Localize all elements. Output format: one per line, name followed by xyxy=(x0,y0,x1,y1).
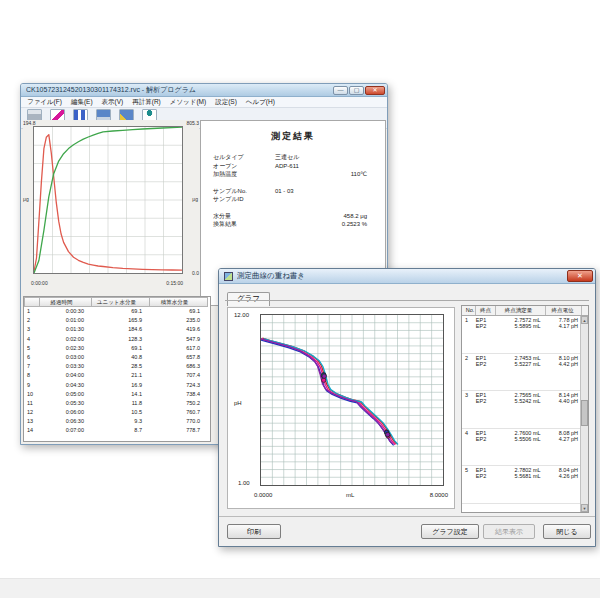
table-row[interactable]: 120:06:0010.5760.7 xyxy=(24,408,210,417)
moisture-table-body: 10:00:3069.169.120:01:00165.9235.030:01:… xyxy=(24,307,210,436)
table-row[interactable]: 10:00:3069.169.1 xyxy=(24,307,210,316)
table-row[interactable]: 140:07:008.7778.7 xyxy=(24,426,210,435)
table-row[interactable]: 90:04:3016.9724.3 xyxy=(24,381,210,390)
endpoint-table-header: No. 終点 終点滴定量 終点電位 xyxy=(462,306,588,316)
x-axis-max: 0:15:00 xyxy=(166,280,183,286)
tab-row: グラフ xyxy=(219,284,595,300)
page: CK105723124520130301174312.rvc - 解析プログラム… xyxy=(0,0,600,600)
analysis-window-title: CK105723124520130301174312.rvc - 解析プログラム xyxy=(26,85,333,95)
overlay-titlebar[interactable]: 測定曲線の重ね書き ✕ xyxy=(219,269,595,284)
result-row: 換算結果0.2523 % xyxy=(213,220,373,229)
moisture-plot-area xyxy=(33,126,183,274)
y-axis-label: pH xyxy=(234,400,242,406)
close-icon[interactable]: ✕ xyxy=(365,86,385,95)
scroll-down-icon[interactable]: ▼ xyxy=(581,504,588,512)
result-row: サンプルID xyxy=(213,195,373,204)
column-header-pot[interactable]: 終点電位 xyxy=(546,306,582,315)
column-header-no[interactable]: No. xyxy=(462,306,476,315)
column-header-cum[interactable]: 積算水分量 xyxy=(150,297,208,307)
moisture-chart: 194.8 805.3 μg μg 0.0 0:00:00 0:15:00 xyxy=(23,120,199,294)
result-row: 加熱温度110℃ xyxy=(213,170,373,179)
endpoint-row[interactable]: 1EP1EP22.7572 mL5.5895 mL7.78 pH4.17 pH xyxy=(462,316,580,354)
close-icon[interactable]: ✕ xyxy=(567,270,593,282)
endpoint-row[interactable]: 3EP1EP22.7565 mL5.5242 mL8.14 pH4.40 pH xyxy=(462,391,580,429)
minimize-icon[interactable]: — xyxy=(333,86,348,95)
scrollbar-thumb[interactable] xyxy=(581,400,588,426)
right-axis-min: 0.0 xyxy=(192,270,199,276)
menu-item[interactable]: 表示(V) xyxy=(102,98,124,107)
moisture-table-header: 経過時間 ユニット水分量 積算水分量 xyxy=(24,297,210,307)
page-bottom-strip xyxy=(0,578,600,598)
column-header-time[interactable]: 経過時間 xyxy=(40,297,92,307)
endpoint-row[interactable]: 2EP1EP22.7453 mL5.5227 mL8.10 pH4.42 pH xyxy=(462,354,580,392)
left-axis-unit: μg xyxy=(23,196,29,202)
overlay-window: 測定曲線の重ね書き ✕ グラフ 12.00 1.00 pH 0.0000 mL … xyxy=(218,268,596,547)
table-row[interactable]: 100:05:0014.1738.4 xyxy=(24,390,210,399)
results-title: 測定結果 xyxy=(201,130,385,143)
scroll-up-icon[interactable]: ▲ xyxy=(581,316,588,324)
result-row: サンプルNo.01 - 03 xyxy=(213,187,373,196)
table-row[interactable]: 70:03:3028.5686.3 xyxy=(24,362,210,371)
table-row[interactable]: 60:03:0040.8657.8 xyxy=(24,353,210,362)
column-header-unit[interactable]: ユニット水分量 xyxy=(92,297,150,307)
table-row[interactable]: 30:01:30184.6419.6 xyxy=(24,325,210,334)
result-row: セルタイプ三連セル xyxy=(213,153,373,162)
right-axis-max: 805.3 xyxy=(186,120,199,126)
moisture-table: 経過時間 ユニット水分量 積算水分量 10:00:3069.169.120:01… xyxy=(23,296,211,442)
y-axis-max: 12.00 xyxy=(234,312,249,318)
table-row[interactable]: 40:02:00128.3547.9 xyxy=(24,335,210,344)
menu-item[interactable]: 再計算(R) xyxy=(132,98,161,107)
endpoint-row[interactable]: 4EP1EP22.7600 mL5.5506 mL8.08 pH4.27 pH xyxy=(462,429,580,467)
graph-settings-button[interactable]: グラフ設定 xyxy=(421,524,479,539)
results-rows: セルタイプ三連セルオーブンADP-611加熱温度110℃サンプルNo.01 - … xyxy=(213,153,373,229)
show-results-button: 結果表示 xyxy=(483,524,535,539)
overlay-window-title: 測定曲線の重ね書き xyxy=(237,271,567,281)
x-axis-min: 0:00:00 xyxy=(31,280,48,286)
y-axis-min: 1.00 xyxy=(238,480,250,486)
menu-item[interactable]: ファイル(F) xyxy=(27,98,62,107)
result-row: オーブンADP-611 xyxy=(213,162,373,171)
close-button[interactable]: 閉じる xyxy=(543,524,591,539)
right-axis-unit: μg xyxy=(192,196,198,202)
analysis-titlebar[interactable]: CK105723124520130301174312.rvc - 解析プログラム… xyxy=(21,84,387,97)
x-axis-label: mL xyxy=(346,492,354,498)
column-header-ep[interactable]: 終点 xyxy=(476,306,496,315)
tab-graph[interactable]: グラフ xyxy=(227,292,270,306)
table-row[interactable]: 80:04:0021.1707.4 xyxy=(24,371,210,380)
menu-item[interactable]: 設定(S) xyxy=(215,98,237,107)
endpoint-row[interactable]: 5EP1EP22.7802 mL5.5681 mL8.04 pH4.26 pH xyxy=(462,466,580,504)
titration-plot-area xyxy=(260,314,444,486)
menu-item[interactable]: メソッド(M) xyxy=(170,98,206,107)
menu-item[interactable]: ヘルプ(H) xyxy=(246,98,275,107)
app-icon xyxy=(224,272,233,281)
print-button[interactable]: 印刷 xyxy=(227,524,281,539)
endpoint-table: No. 終点 終点滴定量 終点電位 1EP1EP22.7572 mL5.5895… xyxy=(461,305,589,513)
column-header-vol[interactable]: 終点滴定量 xyxy=(496,306,546,315)
table-scrollbar[interactable]: ▲ ▼ xyxy=(580,316,588,512)
x-axis-min: 0.0000 xyxy=(254,492,272,498)
table-row[interactable]: 50:02:3069.1617.0 xyxy=(24,344,210,353)
menu-item[interactable]: 編集(E) xyxy=(71,98,93,107)
x-axis-max: 8.0000 xyxy=(430,492,448,498)
maximize-icon[interactable]: ▢ xyxy=(349,86,364,95)
column-header-no[interactable] xyxy=(24,297,40,307)
menu-bar: ファイル(F)編集(E)表示(V)再計算(R)メソッド(M)設定(S)ヘルプ(H… xyxy=(21,97,387,108)
table-row[interactable]: 20:01:00165.9235.0 xyxy=(24,316,210,325)
result-row: 水分量458.2 μg xyxy=(213,212,373,221)
table-row[interactable]: 110:05:3011.8750.2 xyxy=(24,399,210,408)
endpoint-table-body: 1EP1EP22.7572 mL5.5895 mL7.78 pH4.17 pH2… xyxy=(462,316,580,512)
tab-separator xyxy=(225,300,589,301)
dialog-footer: 印刷 グラフ設定 結果表示 閉じる xyxy=(219,516,595,546)
table-row[interactable]: 130:06:309.3770.0 xyxy=(24,417,210,426)
titration-graph: 12.00 1.00 pH 0.0000 mL 8.0000 xyxy=(227,307,455,509)
